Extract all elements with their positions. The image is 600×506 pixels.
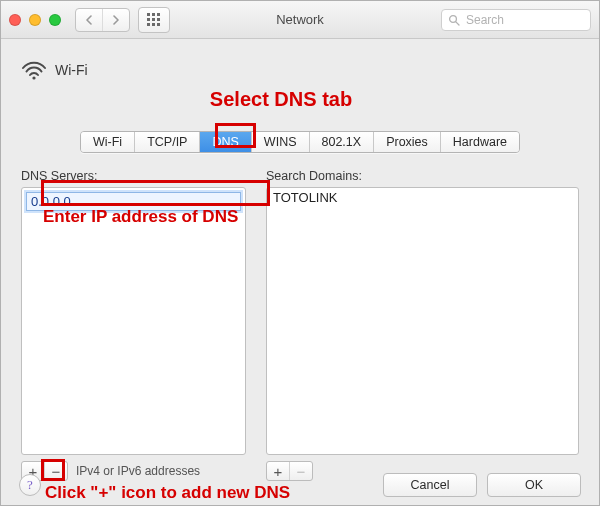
annotation-select-tab: Select DNS tab bbox=[151, 88, 411, 111]
wifi-icon bbox=[21, 59, 47, 81]
connection-header: Wi-Fi bbox=[21, 49, 579, 91]
minimize-window-button[interactable] bbox=[29, 14, 41, 26]
nav-buttons bbox=[75, 8, 130, 32]
back-button[interactable] bbox=[76, 9, 102, 31]
forward-button[interactable] bbox=[102, 9, 129, 31]
connection-label: Wi-Fi bbox=[21, 59, 88, 81]
close-window-button[interactable] bbox=[9, 14, 21, 26]
search-domains-column: Search Domains: TOTOLINK + − bbox=[266, 169, 579, 481]
search-domains-list[interactable]: TOTOLINK bbox=[266, 187, 579, 455]
dns-servers-list[interactable]: 0.0.0.0 bbox=[21, 187, 246, 455]
list-item[interactable]: TOTOLINK bbox=[267, 188, 578, 207]
tab-8021x[interactable]: 802.1X bbox=[309, 132, 374, 152]
svg-point-2 bbox=[32, 76, 35, 79]
tab-tcpip[interactable]: TCP/IP bbox=[134, 132, 199, 152]
window-controls bbox=[9, 14, 61, 26]
titlebar: Network bbox=[1, 1, 599, 39]
footer: ? Cancel OK bbox=[1, 465, 599, 505]
chevron-left-icon bbox=[84, 15, 94, 25]
show-all-button[interactable] bbox=[138, 7, 170, 33]
pane-body: Wi-Fi Select DNS tab Wi-Fi TCP/IP DNS WI… bbox=[1, 39, 599, 505]
tabs-row: Wi-Fi TCP/IP DNS WINS 802.1X Proxies Har… bbox=[21, 131, 579, 153]
search-field[interactable] bbox=[441, 9, 591, 31]
tab-wifi[interactable]: Wi-Fi bbox=[81, 132, 134, 152]
tab-hardware[interactable]: Hardware bbox=[440, 132, 519, 152]
tab-proxies[interactable]: Proxies bbox=[373, 132, 440, 152]
search-input[interactable] bbox=[464, 12, 600, 28]
zoom-window-button[interactable] bbox=[49, 14, 61, 26]
search-icon bbox=[448, 14, 460, 26]
search-domains-label: Search Domains: bbox=[266, 169, 579, 183]
svg-line-1 bbox=[456, 21, 459, 24]
connection-name: Wi-Fi bbox=[55, 62, 88, 78]
tabs-segmented: Wi-Fi TCP/IP DNS WINS 802.1X Proxies Har… bbox=[80, 131, 520, 153]
grid-icon bbox=[147, 13, 161, 27]
dns-server-input[interactable]: 0.0.0.0 bbox=[26, 192, 241, 211]
network-prefs-window: Network Wi-Fi Select DNS tab bbox=[0, 0, 600, 506]
chevron-right-icon bbox=[111, 15, 121, 25]
ok-button[interactable]: OK bbox=[487, 473, 581, 497]
dns-servers-label: DNS Servers: bbox=[21, 169, 246, 183]
dns-servers-column: DNS Servers: 0.0.0.0 + − IPv4 or IPv6 ad… bbox=[21, 169, 246, 481]
help-button[interactable]: ? bbox=[19, 474, 41, 496]
columns: DNS Servers: 0.0.0.0 + − IPv4 or IPv6 ad… bbox=[21, 169, 579, 481]
cancel-button[interactable]: Cancel bbox=[383, 473, 477, 497]
footer-buttons: Cancel OK bbox=[383, 473, 581, 497]
tab-wins[interactable]: WINS bbox=[251, 132, 309, 152]
tab-dns[interactable]: DNS bbox=[199, 132, 250, 152]
